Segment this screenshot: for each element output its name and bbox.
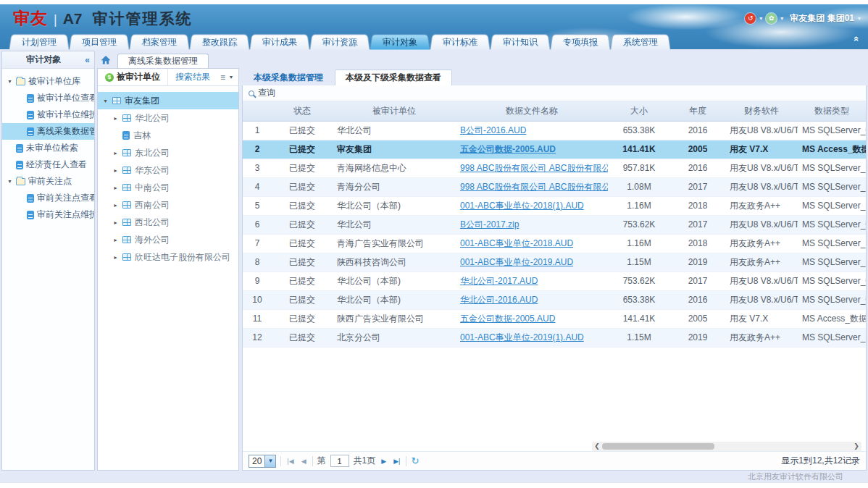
expander-icon[interactable]: ▸ — [112, 167, 119, 174]
expander-icon[interactable]: ▸ — [112, 202, 119, 209]
current-user-label[interactable]: 审友集团 集团01 — [790, 12, 854, 25]
panel-menu-icon[interactable]: ≡ — [220, 72, 225, 83]
nav-tab[interactable]: 审计知识 — [490, 34, 550, 49]
nav-tab[interactable]: 系统管理 — [610, 34, 670, 49]
home-icon[interactable] — [100, 54, 112, 66]
file-link[interactable]: B公司-2016.AUD — [460, 125, 526, 135]
table-row[interactable]: 5 已提交 华北公司（本部) 001-ABC事业单位-2018(1).AUD 1… — [243, 196, 866, 215]
tree-item[interactable]: ▸ 西南公司 — [98, 196, 238, 214]
tree-item[interactable]: ▾ 审前关注点 — [2, 173, 94, 190]
table-row[interactable]: 6 已提交 华北公司 B公司-2017.zip 753.62K 2017 用友U… — [243, 215, 866, 234]
expander-icon[interactable]: ▸ — [112, 115, 119, 122]
nav-tab[interactable]: 整改跟踪 — [189, 34, 249, 49]
file-link[interactable]: 998 ABC股份有限公司 ABC股份有限公司 — [460, 182, 608, 192]
table-row[interactable]: 7 已提交 青海广告实业有限公司 001-ABC事业单位-2018.AUD 1.… — [243, 234, 866, 253]
expander-icon[interactable]: ▸ — [112, 185, 119, 191]
org-caret-icon[interactable]: ▾ — [858, 15, 861, 22]
file-link[interactable]: 998 ABC股份有限公司 ABC股份有限公司 — [460, 163, 608, 173]
last-page-button[interactable]: ▶| — [392, 458, 401, 465]
expander-icon[interactable]: ▸ — [112, 237, 119, 243]
expander-icon[interactable]: ▾ — [102, 98, 109, 104]
tree-item[interactable]: 吉林 — [98, 127, 238, 144]
col-software[interactable]: 财务软件 — [725, 101, 798, 121]
table-row[interactable]: 2 已提交 审友集团 五金公司数据-2005.AUD 141.41K 2005 … — [243, 140, 866, 159]
expander-icon[interactable]: ▸ — [112, 150, 119, 156]
col-year[interactable]: 年度 — [670, 101, 725, 121]
logout-caret-icon[interactable]: ▾ — [759, 15, 762, 22]
page-size-select[interactable]: 20 ▼ — [249, 455, 276, 468]
file-link[interactable]: 001-ABC事业单位-2018(1).AUD — [460, 201, 584, 211]
tab-audited-units[interactable]: $ 被审计单位 — [98, 69, 168, 85]
nav-tab[interactable]: 审计资源 — [309, 34, 370, 49]
tree-item[interactable]: ▸ 中南公司 — [98, 179, 238, 196]
col-status[interactable]: 状态 — [272, 101, 333, 121]
expander-icon[interactable]: ▾ — [7, 178, 13, 185]
page-number-input[interactable] — [330, 455, 349, 467]
scroll-left-icon[interactable]: ❮ — [592, 442, 602, 451]
tree-item[interactable]: 审前关注点查看 — [2, 190, 94, 206]
query-button[interactable]: 查询 — [243, 85, 866, 101]
tree-item[interactable]: ▸ 华北公司 — [98, 109, 238, 127]
nav-tab[interactable]: 专项填报 — [550, 34, 610, 49]
sidebar-collapse-icon[interactable]: « — [85, 55, 94, 65]
user-caret-icon[interactable]: ▾ — [780, 15, 783, 22]
table-row[interactable]: 3 已提交 青海网络信息中心 998 ABC股份有限公司 ABC股份有限公司 9… — [243, 159, 866, 177]
table-row[interactable]: 11 已提交 陕西广告实业有限公司 五金公司数据-2005.AUD 141.41… — [243, 309, 866, 328]
table-row[interactable]: 1 已提交 华北公司 B公司-2016.AUD 653.38K 2016 用友U… — [243, 121, 866, 140]
tree-item[interactable]: ▸ 华东公司 — [98, 161, 238, 179]
file-link[interactable]: 001-ABC事业单位-2019(1).AUD — [460, 332, 584, 342]
tree-item[interactable]: 未审单位检索 — [2, 140, 94, 156]
expander-icon[interactable]: ▸ — [112, 254, 119, 261]
banner-collapse-icon[interactable]: « — [851, 36, 862, 41]
table-row[interactable]: 10 已提交 华北公司（本部) 华北公司-2016.AUD 653.38K 20… — [243, 290, 866, 309]
first-page-button[interactable]: |◀ — [285, 458, 295, 465]
logout-icon[interactable]: ↺ — [745, 13, 756, 24]
tree-item[interactable]: 离线采集数据管理 — [2, 123, 94, 140]
tree-item[interactable]: ▸ 海外公司 — [98, 231, 238, 248]
table-row[interactable]: 9 已提交 华北公司（本部) 华北公司-2017.AUD 753.62K 201… — [243, 272, 866, 290]
file-link[interactable]: B公司-2017.zip — [460, 219, 519, 230]
file-link[interactable]: 001-ABC事业单位-2018.AUD — [460, 238, 573, 248]
scrollbar-track[interactable] — [602, 443, 851, 450]
nav-tab[interactable]: 项目管理 — [69, 34, 129, 49]
file-link[interactable]: 华北公司-2017.AUD — [460, 276, 538, 286]
file-link[interactable]: 五金公司数据-2005.AUD — [460, 144, 556, 154]
table-row[interactable]: 8 已提交 陕西科技咨询公司 001-ABC事业单位-2019.AUD 1.15… — [243, 253, 866, 272]
file-link[interactable]: 001-ABC事业单位-2019.AUD — [460, 257, 573, 267]
col-datatype[interactable]: 数据类型 — [798, 101, 866, 121]
tree-item[interactable]: ▸ 东北公司 — [98, 144, 238, 161]
panel-dropdown-icon[interactable]: ▾ — [230, 74, 233, 80]
tree-item[interactable]: ▸ 西北公司 — [98, 214, 238, 231]
col-size[interactable]: 大小 — [608, 101, 670, 121]
tab-search-results[interactable]: 搜索结果 — [168, 69, 217, 85]
next-page-button[interactable]: ▶ — [380, 458, 388, 465]
table-row[interactable]: 12 已提交 北京分公司 001-ABC事业单位-2019(1).AUD 1.1… — [243, 328, 866, 347]
tree-item[interactable]: 审前关注点维护 — [2, 206, 94, 223]
nav-tab[interactable]: 审计对象 — [370, 34, 430, 49]
expander-icon[interactable]: ▸ — [112, 219, 119, 226]
scroll-right-icon[interactable]: ❯ — [851, 442, 861, 451]
user-status-icon[interactable]: ✿ — [766, 13, 777, 24]
prev-page-button[interactable]: ◀ — [300, 458, 308, 465]
tree-item[interactable]: 经济责任人查看 — [2, 156, 94, 173]
nav-tab[interactable]: 审计成果 — [249, 34, 309, 49]
horizontal-scrollbar[interactable]: ❮ ❯ — [592, 442, 861, 451]
main-tab[interactable]: 本级采集数据管理 — [243, 70, 333, 85]
nav-tab[interactable]: 计划管理 — [9, 34, 69, 49]
table-row[interactable]: 4 已提交 青海分公司 998 ABC股份有限公司 ABC股份有限公司 1.08… — [243, 177, 866, 196]
open-page-tab[interactable]: 离线采集数据管理 — [117, 54, 209, 68]
nav-tab[interactable]: 档案管理 — [129, 34, 189, 49]
tree-item[interactable]: 被审计单位维护 — [2, 106, 94, 123]
main-tab[interactable]: 本级及下级采集数据查看 — [335, 70, 452, 85]
expander-icon[interactable]: ▾ — [7, 78, 13, 85]
tree-item[interactable]: ▸ 欣旺达电子股份有限公司 — [98, 248, 238, 266]
col-audited-unit[interactable]: 被审计单位 — [333, 101, 456, 121]
col-file-name[interactable]: 数据文件名称 — [456, 101, 608, 121]
tree-item[interactable]: ▾ 审友集团 — [98, 92, 238, 109]
refresh-icon[interactable]: ↻ — [411, 455, 419, 466]
file-link[interactable]: 五金公司数据-2005.AUD — [460, 314, 555, 324]
tree-item[interactable]: 被审计单位查看 — [2, 90, 94, 106]
tree-item[interactable]: ▾ 被审计单位库 — [2, 73, 94, 90]
scrollbar-thumb[interactable] — [602, 443, 714, 450]
nav-tab[interactable]: 审计标准 — [430, 34, 490, 49]
